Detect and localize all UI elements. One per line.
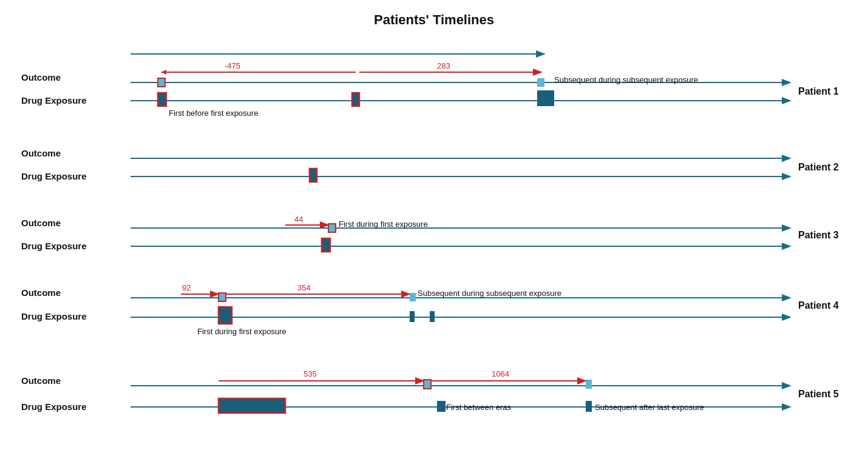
patient5-value2: 1064 [492, 369, 509, 378]
patient1-second-drug-block [352, 93, 359, 106]
patient1-arrowhead-left [161, 70, 166, 75]
patient2-exposure-label: Drug Exposure [21, 171, 87, 181]
patient2-outcome-label: Outcome [21, 148, 61, 158]
patient1-outcome-label: Outcome [21, 72, 61, 82]
chart-title: Patients' Timelines [18, 12, 850, 28]
patient2-drug-block [310, 169, 317, 182]
patient1-label: Patient 1 [798, 86, 839, 96]
patient1-third-drug-block [537, 90, 554, 106]
patient2-label: Patient 2 [798, 162, 839, 172]
patient4-exposure-label: Drug Exposure [21, 311, 87, 321]
patient1-annotation-subsequent: Subsequent during subsequent exposure [554, 75, 698, 84]
patient3-outcome-marker [328, 224, 336, 232]
patient1-exposure-label: Drug Exposure [21, 95, 87, 106]
patient4-value1: 92 [182, 283, 191, 292]
patient4-first-drug-block [219, 307, 232, 324]
patient4-outcome-label: Outcome [21, 287, 61, 298]
patient5-annotation2: Subsequent after last exposure [595, 403, 704, 412]
main-container: Patients' Timelines Outcome Drug Exposur… [0, 0, 868, 467]
patient5-outcome-first [424, 380, 431, 389]
patient1-first-drug-block [158, 93, 166, 106]
patient3-annotation: First during first exposure [339, 220, 428, 229]
patient4-third-drug-block [430, 311, 435, 322]
patient1-outcome-subsequent [537, 78, 544, 87]
patient4-outcome-subsequent [410, 293, 416, 301]
patient5-first-drug-block [219, 398, 285, 413]
patient5-annotation1: First between eras [446, 403, 511, 412]
patient5-value1: 535 [303, 369, 317, 378]
patient1-value2: 283 [437, 61, 450, 70]
patient1-value1: -475 [225, 61, 240, 70]
patient4-annotation1: First during first exposure [197, 327, 287, 336]
patient4-value2: 354 [297, 283, 311, 292]
patient3-value1: 44 [294, 215, 303, 224]
patient3-outcome-label: Outcome [21, 218, 61, 228]
patient1-outcome-first [158, 78, 165, 87]
patient4-annotation2: Subsequent during subsequent exposure [418, 289, 561, 298]
patient1-annotation-before: First before first exposure [169, 109, 258, 118]
patient4-outcome-first [219, 293, 226, 301]
patient4-second-drug-block [410, 311, 415, 322]
patient3-exposure-label: Drug Exposure [21, 241, 87, 251]
patient5-outcome-subsequent [586, 380, 592, 389]
patient3-label: Patient 3 [798, 230, 839, 240]
patient5-exposure-label: Drug Exposure [21, 401, 87, 412]
patient5-outcome-label: Outcome [21, 375, 61, 386]
patient5-third-drug-block [586, 401, 592, 412]
patient5-label: Patient 5 [798, 389, 839, 399]
patient5-second-drug-block [437, 401, 446, 412]
patient3-drug-block [322, 238, 330, 252]
patient4-label: Patient 4 [798, 300, 839, 311]
